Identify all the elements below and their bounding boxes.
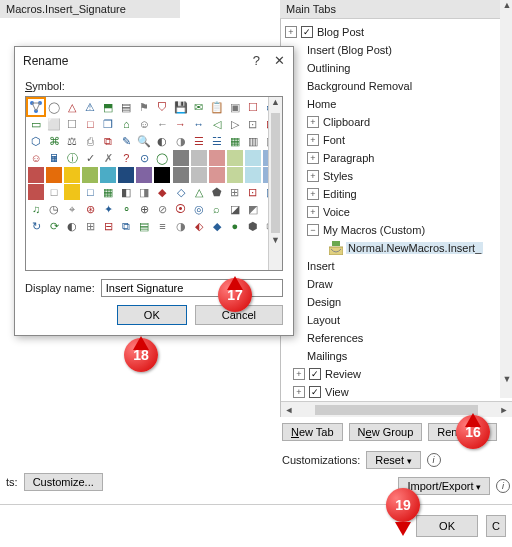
symbol-cell[interactable]: ◷ xyxy=(46,201,62,217)
scroll-thumb[interactable] xyxy=(315,405,478,415)
symbol-cell[interactable] xyxy=(28,99,44,115)
symbol-cell[interactable]: ⦿ xyxy=(173,201,189,217)
symbol-cell[interactable]: ↔ xyxy=(191,116,207,132)
tree-item[interactable]: +Paragraph xyxy=(281,149,512,167)
symbol-cell[interactable]: ⊘ xyxy=(154,201,170,217)
expand-icon[interactable]: + xyxy=(293,386,305,398)
expand-icon[interactable]: + xyxy=(285,26,297,38)
symbol-cell[interactable]: ⊟ xyxy=(100,218,116,234)
scroll-right-icon[interactable]: ► xyxy=(496,405,512,415)
symbol-cell[interactable]: □ xyxy=(82,116,98,132)
tree-item[interactable]: Draw xyxy=(281,275,512,293)
expand-icon[interactable]: + xyxy=(307,170,319,182)
symbol-cell[interactable]: ⬡ xyxy=(28,133,44,149)
expand-icon[interactable]: + xyxy=(293,368,305,380)
tree-item[interactable]: Layout xyxy=(281,311,512,329)
expand-icon[interactable]: + xyxy=(307,206,319,218)
tree-vscrollbar[interactable]: ▲ ▼ xyxy=(500,0,512,398)
symbol-cell[interactable]: ▦ xyxy=(100,184,116,200)
symbol-cell[interactable]: ◧ xyxy=(118,184,134,200)
symbol-cell[interactable]: ✎ xyxy=(118,133,134,149)
checkbox[interactable]: ✓ xyxy=(309,386,321,398)
symbol-cell[interactable]: ⧉ xyxy=(118,218,134,234)
symbol-cell[interactable]: ◎ xyxy=(191,201,207,217)
symbol-cell[interactable]: ⚖ xyxy=(64,133,80,149)
symbol-cell[interactable] xyxy=(28,184,44,200)
symbol-cell[interactable]: ⚬ xyxy=(118,201,134,217)
symbol-cell[interactable]: ≡ xyxy=(154,218,170,234)
symbol-cell[interactable]: ✗ xyxy=(100,150,116,166)
tree-item[interactable]: +Font xyxy=(281,131,512,149)
symbol-cell[interactable] xyxy=(64,167,80,183)
symbol-cell[interactable]: ▣ xyxy=(227,99,243,115)
symbol-cell[interactable] xyxy=(209,167,225,183)
tree-item[interactable]: Background Removal xyxy=(281,77,512,95)
symbol-cell[interactable] xyxy=(28,167,44,183)
symbol-cell[interactable]: 💾 xyxy=(173,99,189,115)
symbol-cell[interactable] xyxy=(245,167,261,183)
symbol-cell[interactable]: ◩ xyxy=(245,201,261,217)
symbol-cell[interactable]: ◁ xyxy=(209,116,225,132)
symbol-cell[interactable]: ⌂ xyxy=(118,116,134,132)
tree-item[interactable]: Mailings xyxy=(281,347,512,365)
symbol-cell[interactable] xyxy=(64,184,80,200)
symbol-cell[interactable]: ⎙ xyxy=(82,133,98,149)
symbol-cell[interactable]: ⧉ xyxy=(100,133,116,149)
tree-item[interactable]: +Clipboard xyxy=(281,113,512,131)
tree-item[interactable]: +Styles xyxy=(281,167,512,185)
symbol-cell[interactable]: △ xyxy=(64,99,80,115)
symbol-cell[interactable]: ⬟ xyxy=(209,184,225,200)
symbol-cell[interactable]: ◑ xyxy=(173,218,189,234)
symbol-cell[interactable] xyxy=(191,150,207,166)
symbol-cell[interactable]: ☰ xyxy=(191,133,207,149)
symbol-cell[interactable] xyxy=(82,167,98,183)
symbol-cell[interactable] xyxy=(136,167,152,183)
checkbox[interactable]: ✓ xyxy=(301,26,313,38)
symbol-cell[interactable]: ▭ xyxy=(28,116,44,132)
symbol-cell[interactable] xyxy=(173,167,189,183)
tree-item[interactable]: Home xyxy=(281,95,512,113)
symbol-cell[interactable] xyxy=(209,150,225,166)
expand-icon[interactable]: + xyxy=(307,188,319,200)
symbol-cell[interactable]: ◆ xyxy=(209,218,225,234)
expand-icon[interactable]: + xyxy=(307,134,319,146)
symbol-cell[interactable]: ⬖ xyxy=(191,218,207,234)
new-group-button[interactable]: New Group xyxy=(349,423,423,441)
expand-icon[interactable]: + xyxy=(307,116,319,128)
tree-item[interactable]: −My Macros (Custom) xyxy=(281,221,512,239)
symbol-cell[interactable]: ☐ xyxy=(245,99,261,115)
checkbox[interactable]: ✓ xyxy=(309,368,321,380)
symbol-cell[interactable]: ⚠ xyxy=(82,99,98,115)
tree-item[interactable]: Insert xyxy=(281,257,512,275)
scroll-left-icon[interactable]: ◄ xyxy=(281,405,297,415)
symbol-cell[interactable]: ▤ xyxy=(118,99,134,115)
symbol-cell[interactable]: ? xyxy=(118,150,134,166)
symbol-cell[interactable]: → xyxy=(173,116,189,132)
help-icon[interactable]: ? xyxy=(253,53,260,68)
symbol-cell[interactable] xyxy=(118,167,134,183)
dialog-titlebar[interactable]: Rename ? ✕ xyxy=(15,47,293,74)
symbol-cell[interactable]: ♫ xyxy=(28,201,44,217)
symbol-cell[interactable]: ⬜ xyxy=(46,116,62,132)
symbol-cell[interactable]: ◆ xyxy=(154,184,170,200)
tree-item[interactable]: Insert (Blog Post) xyxy=(281,41,512,59)
symbol-cell[interactable]: ↻ xyxy=(28,218,44,234)
dialog-ok-button[interactable]: OK xyxy=(117,305,187,325)
symbol-cell[interactable]: ◑ xyxy=(173,133,189,149)
symbol-cell[interactable] xyxy=(100,167,116,183)
symbol-cell[interactable]: ⛉ xyxy=(154,99,170,115)
tree-item[interactable]: Outlining xyxy=(281,59,512,77)
options-ok-button[interactable]: OK xyxy=(416,515,478,537)
symbol-cell[interactable] xyxy=(191,167,207,183)
display-name-input[interactable] xyxy=(101,279,283,297)
symbol-cell[interactable]: ☐ xyxy=(64,116,80,132)
symbol-cell[interactable]: ✦ xyxy=(100,201,116,217)
tree-item[interactable]: +✓View xyxy=(281,383,512,401)
scroll-up-icon[interactable]: ▲ xyxy=(500,0,512,14)
symbol-cell[interactable]: ◯ xyxy=(154,150,170,166)
tree-item[interactable]: References xyxy=(281,329,512,347)
symbol-cell[interactable]: 🔍 xyxy=(136,133,152,149)
symbol-cell[interactable]: ▷ xyxy=(227,116,243,132)
symbol-cell[interactable]: 📋 xyxy=(209,99,225,115)
symbol-cell[interactable] xyxy=(154,167,170,183)
